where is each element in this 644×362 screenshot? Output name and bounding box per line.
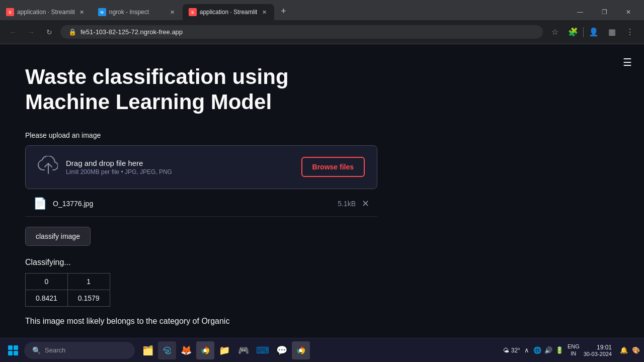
clock-time: 19:01 [584,344,612,351]
table-header-0: 0 [26,273,68,290]
taskbar-search-label: Search [45,346,65,354]
notification-area: ∧ [524,346,529,354]
taskbar-app-whatsapp[interactable]: 💬 [273,341,291,359]
lock-icon: 🔒 [68,28,76,36]
chevron-up-icon[interactable]: ∧ [524,346,529,354]
taskbar-app-vscode[interactable]: ⌨ [254,341,272,359]
address-actions: ☆ 🧩 👤 ▦ ⋮ [547,24,638,40]
sound-icon[interactable]: 🔊 [544,346,552,354]
clock-date: 30-03-2024 [584,351,612,357]
taskbar: 🔍 Search 🗂️ 🦊 📁 🎮 ⌨ 💬 [0,338,644,362]
upload-label: Please upload an image [25,131,619,139]
taskbar-search[interactable]: 🔍 Search [24,342,135,359]
tab-3[interactable]: S application · Streamlit ✕ [183,4,275,20]
battery-icon[interactable]: 🔋 [555,346,564,354]
tab-favicon-3: S [189,8,197,16]
language-label: ENGIN [568,343,580,356]
network-icon[interactable]: 🌐 [533,346,541,354]
file-remove-button[interactable]: ✕ [362,198,369,209]
new-tab-button[interactable]: + [276,4,290,18]
taskbar-app-chrome[interactable] [196,341,214,359]
tab-2-close[interactable]: ✕ [169,8,177,16]
tab-2[interactable]: N ngrok - Inspect ✕ [92,4,183,20]
classifying-status: Classifying... [25,258,619,267]
address-bar: ← → ↻ 🔒 fe51-103-82-125-72.ngrok-free.ap… [0,20,644,44]
taskbar-apps: 🗂️ 🦊 📁 🎮 ⌨ 💬 [139,341,310,359]
drag-drop-text: Drag and drop file here [66,159,293,167]
page-title: Waste classification using Machine Learn… [25,64,377,115]
tab-3-label: application · Streamlit [200,9,258,16]
browser-chrome: S application · Streamlit ✕ N ngrok - In… [0,0,644,44]
reload-button[interactable]: ↻ [42,25,56,39]
tab-bar: S application · Streamlit ✕ N ngrok - In… [0,0,644,20]
taskbar-system-tray: 🌤 32° ∧ 🌐 🔊 🔋 ENGIN 19:01 30-03-2024 🔔 🎨 [503,343,640,356]
cloud-upload-icon [38,156,58,178]
file-item: 📄 O_13776.jpg 5.1kB ✕ [25,191,377,217]
url-text: fe51-103-82-125-72.ngrok-free.app [80,28,535,36]
file-limit-text: Limit 200MB per file • JPG, JPEG, PNG [66,168,293,175]
sys-icons: 🌐 🔊 🔋 [533,346,564,354]
results-table: 0 1 0.8421 0.1579 [25,273,110,307]
main-content: ☰ Waste classification using Machine Lea… [0,44,644,338]
windows-icon [8,345,18,355]
close-button[interactable]: ✕ [617,4,640,20]
forward-button[interactable]: → [24,25,38,39]
extensions-button[interactable]: 🧩 [565,24,581,40]
taskbar-clock[interactable]: 19:01 30-03-2024 [584,344,616,357]
minimize-button[interactable]: — [569,4,592,20]
taskbar-app-files[interactable]: 🗂️ [139,341,157,359]
table-value-row: 0.8421 0.1579 [26,290,110,306]
taskbar-app-edge[interactable] [158,341,176,359]
weather-icon: 🌤 [503,347,509,354]
browse-files-button[interactable]: Browse files [301,157,365,177]
window-controls: — ❐ ✕ [569,4,640,20]
hamburger-menu[interactable]: ☰ [619,52,636,72]
file-size: 5.1kB [338,200,356,208]
tab-2-label: ngrok - Inspect [109,9,166,16]
taskbar-search-icon: 🔍 [32,346,41,354]
tab-3-close[interactable]: ✕ [260,8,268,16]
menu-button[interactable]: ⋮ [622,24,638,40]
tab-1-label: application · Streamlit [17,9,75,16]
bookmark-button[interactable]: ☆ [547,24,563,40]
upload-area[interactable]: Drag and drop file here Limit 200MB per … [25,145,377,189]
start-button[interactable] [4,341,22,359]
weather-widget: 🌤 32° [503,347,520,354]
category-result: This image most likely belongs to the ca… [25,317,619,326]
weather-temp: 32° [511,347,520,354]
table-header-1: 1 [67,273,110,290]
classify-image-button[interactable]: classify image [25,227,91,246]
tab-1[interactable]: S application · Streamlit ✕ [0,4,92,20]
taskbar-app-steam[interactable]: 🎮 [234,341,253,359]
tab-favicon-1: S [6,8,14,16]
taskbar-app-chrome2[interactable] [292,341,310,359]
url-bar[interactable]: 🔒 fe51-103-82-125-72.ngrok-free.app [60,25,543,39]
table-value-1: 0.1579 [67,290,110,306]
maximize-button[interactable]: ❐ [593,4,616,20]
file-name: O_13776.jpg [53,200,328,208]
sidebar-button[interactable]: ▦ [604,24,620,40]
notification-bell-icon[interactable]: 🔔 [620,346,628,354]
language-indicator: ENGIN [568,343,580,356]
separator [583,27,584,37]
taskbar-app-explorer[interactable]: 📁 [215,341,233,359]
color-palette-icon[interactable]: 🎨 [632,346,640,354]
file-doc-icon: 📄 [33,197,47,210]
profile-button[interactable]: 👤 [586,24,602,40]
taskbar-app-firefox[interactable]: 🦊 [177,341,195,359]
table-header-row: 0 1 [26,273,110,290]
tab-1-close[interactable]: ✕ [78,8,86,16]
table-value-0: 0.8421 [26,290,68,306]
tab-favicon-2: N [98,8,106,16]
upload-text: Drag and drop file here Limit 200MB per … [66,159,293,175]
back-button[interactable]: ← [6,25,20,39]
